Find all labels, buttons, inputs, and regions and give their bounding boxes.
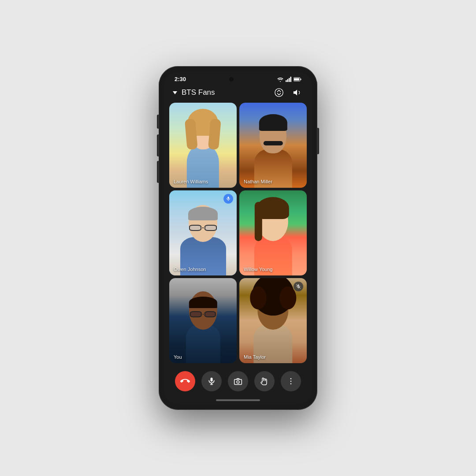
video-tile-you[interactable]: You [169,278,237,363]
power-button[interactable] [317,128,319,154]
speaker-button[interactable] [292,87,303,98]
mic-waves-icon [226,196,231,201]
battery-icon [294,77,301,82]
svg-rect-2 [289,78,290,82]
svg-point-18 [290,378,292,379]
svg-point-20 [290,383,292,385]
silent-switch[interactable] [157,115,159,129]
tile-name-lauren: Lauren Williams [174,179,208,184]
raise-hand-button[interactable] [254,371,275,391]
video-tile-lauren[interactable]: Lauren Williams [169,103,237,188]
wifi-icon [277,77,284,82]
phone-screen: 2:30 [164,71,312,405]
call-group-name: BTS Fans [182,88,215,97]
svg-rect-16 [234,379,242,385]
camera-button[interactable] [228,371,248,391]
call-controls [164,367,312,398]
video-tile-mia[interactable]: Mia Taylor [239,278,307,363]
signal-icon [286,77,292,82]
tile-name-owen: Owen Johnson [174,267,206,272]
camera-flip-button[interactable] [273,87,285,98]
video-tile-owen[interactable]: Owen Johnson [169,190,237,275]
video-grid: Lauren Williams [164,103,312,367]
volume-up-button[interactable] [157,134,159,156]
status-icons [277,77,301,82]
tile-name-willow: Willow Young [244,267,272,272]
svg-point-19 [290,381,292,382]
svg-rect-0 [286,80,287,82]
svg-rect-1 [287,79,289,82]
call-title-section[interactable]: BTS Fans [173,88,215,97]
status-time: 2:30 [175,76,186,82]
call-header-actions [273,87,303,98]
svg-rect-3 [290,77,292,82]
muted-mic-icon [296,284,301,289]
microphone-icon [207,377,216,386]
chevron-down-icon [173,91,177,94]
volume-down-button[interactable] [157,161,159,183]
tile-name-mia: Mia Taylor [244,354,266,360]
tile-name-nathan: Nathan Miller [244,179,272,184]
svg-rect-8 [228,197,229,199]
svg-rect-5 [294,78,299,80]
end-call-button[interactable] [175,371,195,391]
svg-rect-11 [298,284,299,287]
svg-point-17 [237,381,239,383]
mute-button[interactable] [201,371,222,391]
end-call-icon [180,376,190,386]
speaking-badge-owen [223,194,233,204]
video-tile-nathan[interactable]: Nathan Miller [239,103,307,188]
camera-flip-icon [274,88,284,97]
status-bar: 2:30 [164,71,312,84]
mute-badge-mia [294,282,303,291]
tile-name-you: You [174,354,182,360]
home-indicator[interactable] [216,399,260,401]
more-options-button[interactable] [281,371,301,391]
speaker-icon [293,88,302,97]
svg-rect-13 [211,378,213,382]
svg-point-7 [275,89,283,97]
video-tile-willow[interactable]: Willow Young [239,190,307,275]
svg-rect-6 [301,78,301,80]
call-header: BTS Fans [164,84,312,103]
phone-device: 2:30 [159,66,317,410]
camera-icon [234,377,242,386]
camera-notch [229,77,234,82]
more-vertical-icon [286,377,295,386]
hand-icon [260,377,269,386]
